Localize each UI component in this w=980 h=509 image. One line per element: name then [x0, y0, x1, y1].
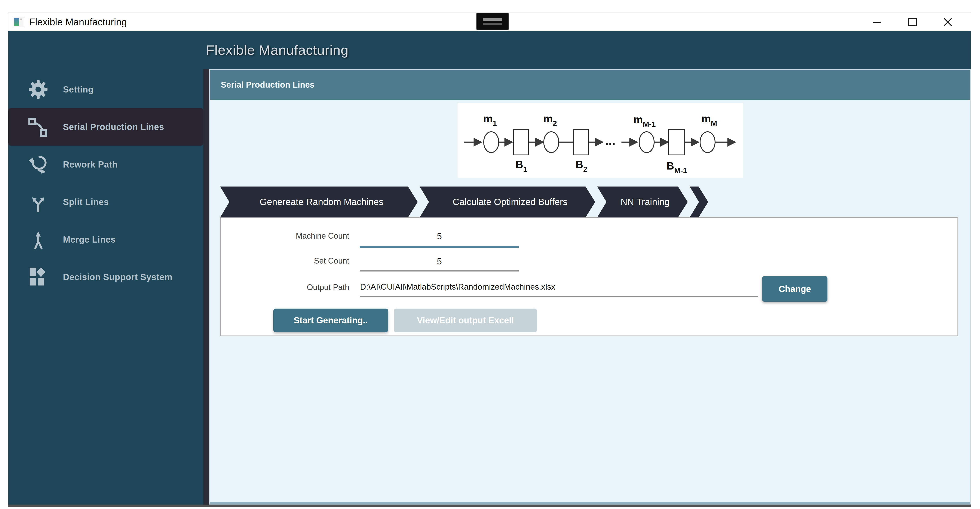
serial-line-diagram: ... m1 m2 mM-1 mM B1 B2 BM-1: [458, 103, 743, 178]
tab-label: NN Training: [620, 197, 670, 207]
sidebar-item-rework-path[interactable]: Rework Path: [8, 146, 203, 183]
machine-label: m1: [483, 113, 497, 127]
set-count-label: Set Count: [221, 256, 349, 266]
merge-arrows-icon: [27, 229, 49, 251]
tab-generate-random-machines[interactable]: Genereate Random Machines: [220, 186, 418, 218]
rework-loop-icon: [27, 153, 49, 175]
sidebar-item-label: Serial Production Lines: [63, 122, 164, 132]
set-count-input[interactable]: [360, 253, 519, 272]
screen-widget-bar: [483, 23, 502, 25]
gear-icon: [27, 78, 49, 100]
view-edit-excel-button[interactable]: View/Edit output Excell: [394, 309, 537, 332]
minimize-icon: [872, 17, 882, 27]
change-path-button[interactable]: Change: [762, 276, 827, 302]
panel-title: Serial Production Lines: [221, 80, 314, 90]
app-icon: [13, 17, 24, 27]
window-title: Flexible Manufacturing: [29, 17, 127, 28]
maximize-button[interactable]: [895, 13, 930, 31]
tab-calculate-optimized-buffers[interactable]: Calculate Optimized Buffers: [420, 186, 595, 218]
sidebar-item-label: Setting: [63, 84, 94, 94]
start-generating-button[interactable]: Start Generating..: [273, 309, 388, 332]
sidebar-item-label: Split Lines: [63, 197, 109, 207]
buffer-label: B2: [576, 159, 587, 173]
sidebar-item-split-lines[interactable]: Split Lines: [8, 183, 203, 221]
panel-content: ... m1 m2 mM-1 mM B1 B2 BM-1: [210, 100, 970, 502]
tab-label: Calculate Optimized Buffers: [453, 197, 568, 207]
screen-widget-bar: [483, 18, 502, 21]
machine-count-label: Machine Count: [221, 231, 349, 240]
sidebar-item-serial-production-lines[interactable]: Serial Production Lines: [8, 108, 203, 146]
main-panel: Serial Production Lines: [209, 69, 971, 504]
screen-widget: [476, 13, 509, 30]
split-arrows-icon: [27, 191, 49, 213]
generate-machines-form: Machine Count Set Count Output Path Chan…: [220, 217, 958, 336]
diagram-dots: ...: [605, 134, 616, 148]
maximize-icon: [908, 17, 917, 27]
output-path-input[interactable]: [360, 278, 758, 297]
tab-stub: [690, 186, 708, 218]
app-root: Flexible Manufacturing: [8, 31, 971, 504]
tab-nn-training[interactable]: NN Training: [597, 186, 688, 218]
blocks-diamond-icon: [27, 266, 49, 288]
desktop-background: Flexible Manufacturing: [0, 0, 980, 509]
buffer-label: BM-1: [667, 160, 687, 175]
close-icon: [943, 17, 953, 27]
sidebar: Setting Serial Production Lines: [8, 69, 203, 504]
path-curve-icon: [27, 116, 49, 138]
machine-label: mM: [702, 113, 717, 127]
sidebar-item-label: Decision Support System: [63, 272, 172, 282]
panel-header: Serial Production Lines: [210, 70, 970, 100]
diagram-flow-lines: [464, 129, 734, 155]
machine-label: m2: [543, 113, 557, 127]
app-window: Flexible Manufacturing: [8, 13, 971, 507]
tab-label: Genereate Random Machines: [259, 197, 383, 207]
panel-shadow: [203, 69, 209, 504]
sidebar-item-decision-support-system[interactable]: Decision Support System: [8, 258, 203, 296]
window-controls: [859, 13, 966, 31]
app-header: Flexible Manufacturing: [8, 31, 971, 69]
sidebar-item-merge-lines[interactable]: Merge Lines: [8, 221, 203, 258]
machine-label: mM-1: [633, 114, 656, 128]
close-button[interactable]: [930, 13, 966, 31]
app-body: Setting Serial Production Lines: [8, 69, 971, 504]
app-icon-panel: [20, 18, 22, 26]
sidebar-item-label: Merge Lines: [63, 235, 116, 245]
sidebar-item-label: Rework Path: [63, 160, 118, 170]
minimize-button[interactable]: [859, 13, 895, 31]
buffer-label: B1: [515, 159, 527, 173]
page-title: Flexible Manufacturing: [206, 42, 348, 58]
machine-count-input[interactable]: [360, 226, 519, 248]
workflow-tabs: Genereate Random Machines Calculate Opti…: [220, 186, 708, 218]
app-icon-chart: [14, 18, 19, 26]
output-path-label: Output Path: [221, 283, 349, 292]
sidebar-item-setting[interactable]: Setting: [8, 71, 203, 108]
